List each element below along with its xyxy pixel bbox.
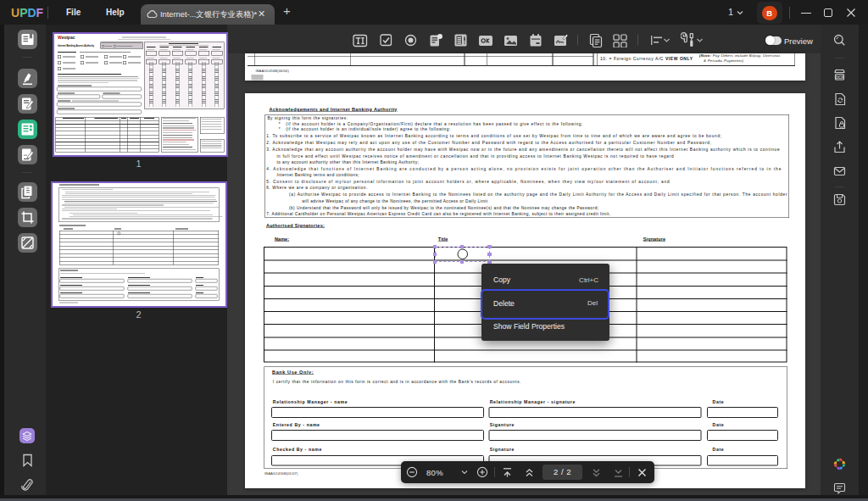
svg-text:OCR: OCR xyxy=(835,75,844,79)
